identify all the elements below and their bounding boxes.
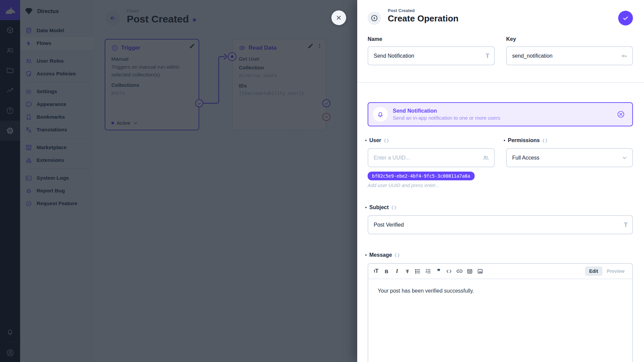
operation-type-description: Send an in-app notification to one or mo… <box>393 115 617 121</box>
curly-braces-icon[interactable]: {} <box>542 138 548 143</box>
permissions-label-text: Permissions <box>508 137 540 143</box>
message-body-input[interactable]: Your post has been verified successfully… <box>368 279 632 303</box>
save-button[interactable] <box>618 11 633 25</box>
operation-type-title: Send Notification <box>393 108 617 114</box>
key-icon <box>621 53 628 59</box>
subject-input[interactable] <box>374 222 618 228</box>
edit-mode-button[interactable]: Edit <box>585 266 602 276</box>
chevron-down-icon <box>622 155 628 161</box>
subject-label: Subject {} <box>365 204 397 210</box>
user-label-text: User <box>369 137 381 143</box>
permissions-value: Full Access <box>512 155 539 161</box>
user-field <box>368 148 495 167</box>
permissions-label: Permissions {} <box>504 137 548 143</box>
permissions-select[interactable]: Full Access <box>506 148 633 167</box>
key-input[interactable] <box>512 53 618 59</box>
required-dot <box>365 140 367 141</box>
message-editor: tT B I T ❞ Edit Preview Your post has be… <box>368 263 633 362</box>
drawer-overlay[interactable] <box>0 0 357 362</box>
name-field: T <box>368 46 495 65</box>
preview-mode-button[interactable]: Preview <box>602 266 629 276</box>
required-dot <box>365 207 367 208</box>
user-uuid-tag[interactable]: bf02c5e9-ebe2-4bf4-9fc5-3c00811a7a8a <box>368 172 475 180</box>
strikethrough-button[interactable]: T <box>402 265 413 277</box>
operation-type-banner: Send Notification Send an in-app notific… <box>368 102 633 126</box>
drawer-title: Create Operation <box>388 13 459 24</box>
required-dot <box>365 254 367 256</box>
create-operation-drawer: Post Created Create Operation Name T Key… <box>357 0 644 362</box>
key-label-text: Key <box>506 36 516 42</box>
italic-button[interactable]: I <box>392 265 402 277</box>
check-icon <box>622 15 629 21</box>
curly-braces-icon[interactable]: {} <box>391 205 397 210</box>
curly-braces-icon[interactable]: {} <box>394 253 400 258</box>
code-button[interactable] <box>444 265 454 277</box>
bolt-circle-icon <box>371 14 378 22</box>
drawer-header-icon-button[interactable] <box>368 11 381 25</box>
directus-app: Directus Data Model Flows User Roles Acc… <box>0 0 644 362</box>
curly-braces-icon[interactable]: {} <box>384 138 390 143</box>
user-uuid-input[interactable] <box>374 155 479 161</box>
bulleted-list-button[interactable] <box>413 265 423 277</box>
subject-label-text: Subject <box>369 204 389 210</box>
title-icon: T <box>624 221 628 228</box>
bell-icon <box>377 111 384 118</box>
blockquote-button[interactable]: ❞ <box>433 265 444 277</box>
section-divider <box>357 82 644 83</box>
user-hint: Add user UUID and press enter... <box>368 183 439 188</box>
drawer-breadcrumb: Post Created <box>388 8 415 13</box>
message-label: Message {} <box>365 252 400 258</box>
heading-button[interactable]: tT <box>371 265 381 277</box>
deselect-icon[interactable] <box>617 110 625 118</box>
required-dot <box>504 140 505 141</box>
bell-icon-circle <box>373 107 388 122</box>
link-button[interactable] <box>454 265 465 277</box>
title-icon: T <box>486 52 489 59</box>
operation-type-text: Send Notification Send an in-app notific… <box>393 108 617 121</box>
image-button[interactable] <box>475 265 485 277</box>
editor-toolbar: tT B I T ❞ Edit Preview <box>368 264 632 279</box>
table-button[interactable] <box>465 265 475 277</box>
message-label-text: Message <box>369 252 392 258</box>
numbered-list-button[interactable] <box>423 265 433 277</box>
subject-field: T <box>368 215 633 234</box>
bold-button[interactable]: B <box>381 265 392 277</box>
name-label: Name <box>368 36 382 42</box>
name-label-text: Name <box>368 36 382 42</box>
user-label: User {} <box>365 137 389 143</box>
name-input[interactable] <box>374 53 479 59</box>
key-field <box>506 46 633 65</box>
close-icon <box>336 15 342 21</box>
people-icon <box>482 154 489 161</box>
key-label: Key <box>506 36 516 42</box>
close-drawer-button[interactable] <box>331 10 346 25</box>
